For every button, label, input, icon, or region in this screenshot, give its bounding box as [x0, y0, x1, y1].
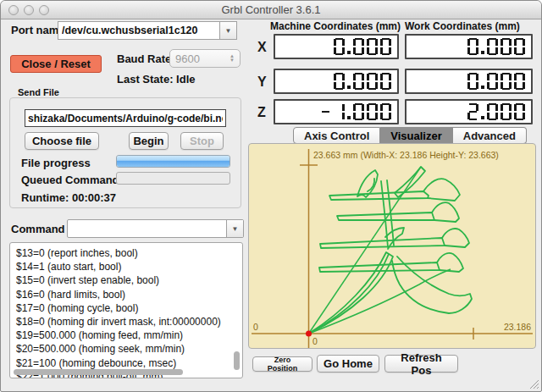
file-progress-label: File progress [21, 157, 91, 169]
port-name-combobox: ▼ [58, 21, 237, 40]
app-window: Grbl Controller 3.6.1 Port name ▼ Close … [0, 0, 542, 392]
work-y-display [405, 69, 533, 94]
queued-commands-bar [116, 172, 230, 185]
command-label: Command [11, 223, 65, 235]
go-home-button[interactable]: Go Home [317, 355, 379, 373]
stepper-arrows-icon: ▲▼ [230, 54, 235, 63]
tab-visualizer[interactable]: Visualizer [380, 127, 452, 144]
runtime: Runtime: 00:00:37 [21, 191, 116, 204]
port-name-input[interactable] [58, 22, 219, 39]
console-lines: $13=0 (report inches, bool)$14=1 (auto s… [16, 246, 242, 378]
machine-y-display [274, 69, 399, 94]
command-combobox: ▼ [67, 219, 244, 238]
axis-y-label: Y [257, 75, 267, 90]
viz-info-text: 23.663 mm (Width-X: 23.186 Height-Y: 23.… [313, 150, 499, 160]
file-progress-fill [117, 156, 230, 167]
console-line: $21=100 (homing debounce, msec) [16, 356, 242, 370]
console-line: $13=0 (report inches, bool) [16, 246, 242, 260]
chevron-down-icon: ▼ [225, 27, 232, 35]
tab-bar: Axis Control Visualizer Advanced [293, 127, 527, 144]
zero-position-button[interactable]: Zero Position [252, 356, 312, 372]
baud-rate-label: Baud Rate [117, 52, 171, 65]
baud-rate-select[interactable]: 9600 ▲▼ [169, 49, 241, 68]
console-line: $18=0 (homing dir invert mask, int:00000… [16, 315, 242, 329]
console-line: $16=0 (hard limits, bool) [16, 288, 242, 301]
machine-coordinates-header: Machine Coordinates (mm) [270, 20, 401, 32]
window-title: Grbl Controller 3.6.1 [1, 3, 541, 16]
console-line: $19=500.000 (homing feed, mm/min) [16, 329, 242, 342]
tab-axis-control[interactable]: Axis Control [293, 127, 380, 144]
toolpath-drawing [309, 167, 473, 334]
close-reset-button[interactable]: Close / Reset [10, 55, 102, 73]
resize-grip-icon[interactable] [528, 378, 539, 389]
command-dropdown-button[interactable]: ▼ [226, 220, 243, 237]
console-line: $20=500.000 (homing seek, mm/min) [16, 342, 242, 356]
stop-button[interactable]: Stop [180, 132, 224, 150]
file-path-input[interactable] [25, 113, 225, 124]
horizontal-scrollbar-thumb[interactable] [14, 369, 183, 375]
console-output[interactable]: $13=0 (report inches, bool)$14=1 (auto s… [9, 242, 243, 378]
file-path-field [25, 109, 226, 127]
origin-label: 0 [312, 336, 318, 346]
console-line: $17=0 (homing cycle, bool) [16, 301, 242, 315]
x-max-label: 23.186 [504, 322, 531, 332]
origin-point [306, 331, 312, 337]
send-file-group-label: Send File [18, 87, 59, 97]
axis-z-label: Z [257, 105, 266, 120]
console-line: $14=1 (auto start, bool) [16, 260, 242, 273]
port-dropdown-button[interactable]: ▼ [219, 22, 236, 39]
chevron-down-icon: ▼ [232, 225, 239, 233]
last-state-label: Last State: [117, 73, 173, 86]
command-input[interactable] [68, 220, 226, 237]
window-titlebar: Grbl Controller 3.6.1 [1, 1, 541, 19]
runtime-value: 00:00:37 [72, 191, 116, 204]
vertical-scrollbar-thumb[interactable] [234, 351, 240, 370]
queued-commands-label: Queued Commands [21, 174, 125, 186]
file-progress-bar [116, 155, 230, 168]
last-state-value: Idle [176, 73, 195, 86]
visualizer-panel: 23.663 mm (Width-X: 23.186 Height-Y: 23.… [248, 143, 536, 349]
console-line: $15=0 (invert step enable, bool) [16, 273, 242, 287]
refresh-pos-button[interactable]: Refresh Pos [384, 355, 458, 373]
work-z-display [405, 99, 533, 124]
x-min-label: 0 [253, 322, 258, 332]
tab-advanced[interactable]: Advanced [453, 127, 527, 144]
toolpath-canvas: 23.663 mm (Width-X: 23.186 Height-Y: 23.… [249, 144, 535, 348]
machine-z-display [274, 99, 399, 124]
baud-rate-value: 9600 [175, 52, 200, 65]
begin-button[interactable]: Begin [129, 132, 169, 150]
work-x-display [405, 34, 533, 59]
runtime-label: Runtime: [21, 191, 69, 204]
machine-x-display [274, 34, 399, 59]
choose-file-button[interactable]: Choose file [25, 132, 99, 150]
last-state: Last State: Idle [117, 73, 196, 86]
work-coordinates-header: Work Coordinates (mm) [405, 20, 520, 32]
axis-x-label: X [257, 40, 267, 55]
